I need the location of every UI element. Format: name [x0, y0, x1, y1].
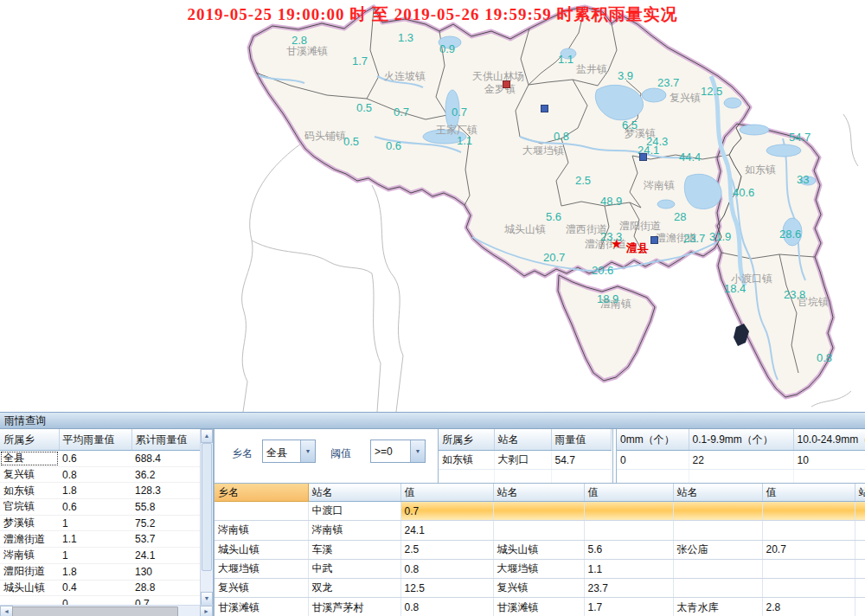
- map-rainfall-value: 31.9: [709, 230, 731, 243]
- table-row[interactable]: 复兴镇0.836.2: [0, 466, 201, 483]
- table-row[interactable]: 梦溪镇175.2: [0, 515, 201, 531]
- table-cell: 2.8: [762, 598, 855, 616]
- col-header-town[interactable]: 所属乡: [0, 429, 59, 451]
- col-header-total-rain[interactable]: 累计雨量值: [131, 429, 201, 451]
- town-filter-value: 全县: [263, 440, 300, 462]
- table-cell: 澧澹街道: [0, 531, 59, 548]
- map-rainfall-value: 1.1: [558, 53, 573, 66]
- table-cell: [673, 502, 762, 521]
- table-cell: 1: [59, 515, 131, 531]
- table-cell: 130: [131, 563, 201, 580]
- map-rainfall-value: 1.3: [398, 31, 413, 44]
- map-town-label: 涔南镇: [644, 178, 675, 193]
- col-header-town[interactable]: 乡名: [215, 484, 308, 502]
- table-cell: 复兴镇: [0, 466, 59, 483]
- col-header-station[interactable]: 站名: [494, 429, 551, 451]
- col-header-value[interactable]: 值: [584, 484, 673, 502]
- table-row[interactable]: 城头山镇0.428.8: [0, 580, 201, 596]
- col-header-value[interactable]: 值: [762, 484, 855, 502]
- table-cell: 梦溪镇: [0, 515, 59, 531]
- threshold-dropdown[interactable]: >=0 ▼: [370, 440, 426, 463]
- scrollbar-thumb[interactable]: [12, 606, 178, 616]
- table-row[interactable]: 涔南镇124.1: [0, 548, 201, 564]
- table-row[interactable]: 甘溪滩镇甘溪芦茅村0.8甘溪滩镇1.7太青水库2.8: [215, 598, 865, 616]
- col-header-station[interactable]: 站: [855, 484, 865, 502]
- table-row[interactable]: 如东镇1.8128.3: [0, 483, 201, 499]
- table-row[interactable]: 如东镇大剥口54.7: [439, 451, 611, 470]
- col-header-rain[interactable]: 雨量值: [551, 429, 611, 451]
- scrollbar-thumb[interactable]: [202, 443, 212, 571]
- station-marker-icon: [639, 153, 647, 161]
- table-cell: 75.2: [131, 515, 201, 531]
- col-header-station[interactable]: 站名: [493, 484, 584, 502]
- col-header-0-9mm[interactable]: 0.1-9.9mm（个）: [689, 429, 793, 451]
- map-rainfall-value: 33: [797, 173, 809, 186]
- table-cell: [855, 521, 865, 540]
- horizontal-scrollbar[interactable]: ◄ ►: [0, 605, 213, 616]
- rainfall-map[interactable]: 甘溪滩镇火连坡镇天供山林场金罗镇盐井镇复兴镇码头铺镇王家厂镇大堰垱镇梦溪镇涔南镇…: [0, 0, 865, 412]
- map-rainfall-value: 1.1: [457, 134, 472, 147]
- table-row[interactable]: 02210: [617, 451, 865, 470]
- map-rainfall-value: 18.9: [597, 292, 618, 305]
- map-rainfall-value: 23.7: [683, 232, 705, 245]
- county-name-label: 澧县: [626, 241, 649, 256]
- col-header-10-24mm[interactable]: 10.0-24.9mm（个）: [793, 429, 865, 451]
- map-rainfall-value: 54.7: [789, 131, 811, 144]
- table-cell: 688.4: [131, 451, 201, 467]
- map-rainfall-value: 28: [674, 210, 686, 223]
- map-rainfall-value: 6.5: [622, 119, 638, 132]
- table-cell: 0: [617, 451, 689, 470]
- table-row[interactable]: 涔南镇涔南镇24.1: [215, 521, 865, 540]
- table-cell: [215, 502, 308, 521]
- table-row[interactable]: 官垸镇0.655.8: [0, 499, 201, 516]
- table-cell: [493, 502, 584, 521]
- table-cell: [855, 502, 865, 521]
- chevron-down-icon[interactable]: ▼: [410, 440, 425, 462]
- map-rainfall-value: 2.8: [292, 34, 307, 47]
- summary-table: 所属乡 平均雨量值 累计雨量值 全县0.6688.4复兴镇0.836.2如东镇1…: [0, 429, 202, 613]
- col-header-station[interactable]: 站名: [308, 484, 400, 502]
- table-row[interactable]: 澧阳街道1.8130: [0, 563, 201, 580]
- map-rainfall-value: 12.5: [701, 85, 722, 98]
- scroll-up-icon[interactable]: ▲: [201, 429, 213, 443]
- table-cell: 23.7: [584, 579, 673, 598]
- table-cell: 涔南镇: [215, 521, 308, 540]
- table-cell: 36.2: [131, 466, 201, 483]
- table-cell: [855, 540, 865, 559]
- vertical-scrollbar[interactable]: ▲ ▼: [200, 429, 213, 606]
- col-header-town[interactable]: 所属乡: [439, 429, 494, 451]
- table-cell: 涔南镇: [0, 548, 59, 564]
- scroll-down-icon[interactable]: ▼: [201, 592, 213, 606]
- col-header-value[interactable]: 值: [400, 484, 493, 502]
- threshold-label: 阈值: [330, 446, 351, 461]
- table-cell: 2.5: [400, 540, 493, 559]
- table-cell: 0.8: [400, 559, 493, 578]
- table-row[interactable]: 城头山镇车溪2.5城头山镇5.6张公庙20.7: [215, 540, 865, 559]
- table-cell: 1: [59, 548, 131, 564]
- table-row[interactable]: 全县0.6688.4: [0, 451, 201, 467]
- table-cell: 24.1: [400, 521, 493, 540]
- col-header-avg-rain[interactable]: 平均雨量值: [59, 429, 131, 451]
- chevron-down-icon[interactable]: ▼: [300, 440, 315, 462]
- scroll-right-icon[interactable]: ►: [200, 606, 213, 616]
- table-cell: [584, 502, 673, 521]
- map-rainfall-value: 0.7: [394, 106, 409, 119]
- table-row[interactable]: 复兴镇双龙12.5复兴镇23.7: [215, 579, 865, 598]
- map-rainfall-value: 0.6: [386, 139, 401, 152]
- town-filter-dropdown[interactable]: 全县 ▼: [262, 440, 316, 463]
- col-header-station[interactable]: 站名: [673, 484, 762, 502]
- station-marker-icon: [650, 236, 658, 244]
- station-detail-box: 乡名 站名 值 站名 值 站名 值 站 中渡口0.7涔南镇涔南镇24.1城头山镇…: [215, 483, 865, 616]
- map-town-label: 金罗镇: [484, 82, 516, 97]
- map-rainfall-value: 20.7: [543, 251, 565, 264]
- map-rainfall-value: 1.7: [352, 55, 368, 67]
- table-row[interactable]: 中渡口0.7: [215, 502, 865, 521]
- table-row[interactable]: 大堰垱镇中武0.8大堰垱镇1.1: [215, 559, 865, 578]
- map-rainfall-value: 48.9: [600, 195, 622, 208]
- table-row[interactable]: 澧澹街道1.153.7: [0, 531, 201, 548]
- map-rainfall-value: 0.8: [554, 130, 569, 143]
- map-town-label: 盐井镇: [576, 62, 607, 77]
- scroll-left-icon[interactable]: ◄: [0, 606, 13, 616]
- col-header-0mm[interactable]: 0mm（个）: [617, 429, 689, 451]
- table-cell: 1.1: [59, 531, 131, 548]
